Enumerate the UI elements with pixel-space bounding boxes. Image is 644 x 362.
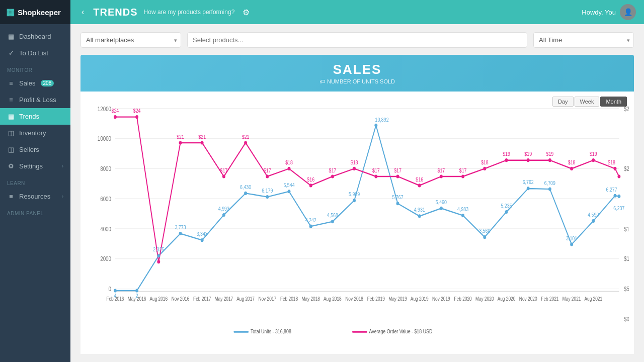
svg-text:$15: $15 — [624, 226, 629, 232]
aov-point — [353, 167, 356, 170]
sales-icon: ≡ — [7, 79, 15, 87]
unit-point — [201, 238, 204, 242]
aov-point — [309, 184, 312, 187]
aov-point — [266, 174, 269, 178]
aov-point — [614, 167, 617, 170]
aov-point — [505, 158, 508, 162]
settings-gear-icon[interactable]: ⚙ — [243, 8, 250, 17]
chart-svg-wrapper: 12000 10000 8000 6000 4000 2000 0 $25 $2… — [86, 97, 629, 349]
svg-text:4,242: 4,242 — [305, 217, 316, 223]
sidebar-item-trends[interactable]: ▦ Trends — [0, 108, 70, 125]
legend-units-line — [234, 331, 249, 333]
week-toggle-button[interactable]: Week — [575, 97, 600, 107]
admin-section-label: ADMIN PANEL — [0, 205, 70, 218]
svg-text:Aug 2019: Aug 2019 — [411, 297, 429, 302]
unit-point — [614, 194, 617, 198]
unit-point — [309, 225, 312, 228]
svg-text:Feb 2016: Feb 2016 — [106, 297, 124, 302]
sidebar-item-label: Dashboard — [19, 33, 51, 40]
svg-text:May 2021: May 2021 — [562, 297, 581, 302]
svg-text:8000: 8000 — [100, 165, 111, 172]
sidebar-item-profit[interactable]: ≡ Profit & Loss — [0, 92, 70, 108]
sidebar-item-sales[interactable]: ≡ Sales 208 — [0, 75, 70, 92]
view-toggle-group: Day Week Month — [552, 97, 627, 107]
trend-chart: 12000 10000 8000 6000 4000 2000 0 $25 $2… — [86, 97, 629, 349]
unit-point — [418, 214, 421, 218]
svg-text:0: 0 — [109, 286, 111, 292]
page-title: TRENDS — [93, 7, 137, 18]
svg-text:Nov 2019: Nov 2019 — [432, 297, 450, 302]
sidebar-nav: ▦ Dashboard ✓ To Do List MONITOR ≡ Sales… — [0, 24, 70, 362]
legend-aov-line — [352, 331, 367, 333]
unit-point — [483, 235, 486, 239]
aov-point — [396, 174, 399, 178]
svg-text:4,931: 4,931 — [414, 207, 425, 213]
dashboard-icon: ▦ — [7, 33, 15, 40]
header-subtitle: How are my products performing? — [144, 9, 235, 16]
unit-point — [331, 220, 334, 223]
unit-point — [353, 199, 356, 202]
svg-text:Feb 2021: Feb 2021 — [541, 297, 558, 302]
sidebar-item-sellers[interactable]: ◫ Sellers — [0, 141, 70, 158]
back-button[interactable]: ‹ — [78, 8, 87, 17]
logo-icon: ▦ — [6, 7, 15, 18]
products-input[interactable] — [187, 32, 527, 48]
sidebar-item-inventory[interactable]: ◫ Inventory — [0, 125, 70, 141]
svg-text:May 2016: May 2016 — [128, 297, 146, 302]
inventory-icon: ◫ — [7, 129, 15, 137]
svg-text:Nov 2016: Nov 2016 — [172, 297, 190, 302]
learn-section-label: LEARN — [0, 174, 70, 188]
svg-text:6,544: 6,544 — [283, 183, 295, 189]
svg-text:6,709: 6,709 — [544, 180, 555, 186]
sidebar-item-label: Inventory — [19, 129, 46, 137]
aov-point — [244, 141, 247, 144]
sidebar-item-label: To Do List — [19, 49, 48, 57]
aov-point — [288, 167, 291, 170]
sidebar-item-resources[interactable]: ≡ Resources › — [0, 188, 70, 205]
settings-chevron-icon: › — [62, 163, 63, 169]
main-content: ‹ TRENDS How are my products performing?… — [70, 0, 644, 362]
sidebar-logo: ▦ Shopkeeper — [0, 0, 70, 24]
day-toggle-button[interactable]: Day — [552, 97, 574, 107]
svg-text:5,460: 5,460 — [436, 199, 447, 205]
unit-point — [548, 187, 551, 191]
sidebar-item-settings[interactable]: ⚙ Settings › — [0, 158, 70, 174]
filters-row: All marketplaces ▾ All Time ▾ — [80, 32, 634, 48]
month-toggle-button[interactable]: Month — [600, 97, 627, 107]
svg-text:Aug 2018: Aug 2018 — [324, 297, 342, 302]
svg-text:4000: 4000 — [100, 226, 111, 232]
unit-point — [592, 219, 595, 223]
time-select-wrapper: All Time ▾ — [533, 32, 634, 48]
svg-text:$17: $17 — [220, 167, 228, 173]
unit-point — [396, 202, 399, 205]
svg-text:$17: $17 — [459, 167, 467, 173]
svg-text:$19: $19 — [546, 151, 554, 157]
page-header: ‹ TRENDS How are my products performing?… — [70, 0, 644, 24]
marketplace-select[interactable]: All marketplaces — [80, 32, 181, 48]
chart-container: Day Week Month 12000 10000 — [80, 92, 634, 354]
unit-point — [617, 195, 620, 198]
sales-subtitle: 🏷 NUMBER OF UNITS SOLD — [91, 78, 624, 84]
svg-text:10000: 10000 — [98, 136, 111, 142]
svg-text:6000: 6000 — [100, 196, 111, 202]
svg-text:Aug 2017: Aug 2017 — [236, 297, 255, 302]
sidebar-item-dashboard[interactable]: ▦ Dashboard — [0, 28, 70, 45]
resources-icon: ≡ — [7, 193, 15, 200]
aov-point — [570, 167, 573, 170]
svg-text:$24: $24 — [112, 108, 119, 114]
resources-chevron-icon: › — [62, 194, 63, 199]
svg-text:3,773: 3,773 — [175, 224, 186, 230]
svg-text:5,969: 5,969 — [349, 192, 360, 198]
time-select[interactable]: All Time — [533, 32, 634, 48]
svg-text:12000: 12000 — [98, 106, 111, 112]
sidebar-item-todo[interactable]: ✓ To Do List — [0, 45, 70, 61]
svg-text:$16: $16 — [416, 176, 423, 183]
aov-point — [592, 158, 595, 162]
svg-text:Aug 2020: Aug 2020 — [498, 297, 516, 302]
svg-text:$18: $18 — [608, 159, 615, 165]
svg-text:4,590: 4,590 — [588, 212, 599, 218]
svg-text:Nov 2017: Nov 2017 — [258, 297, 276, 302]
unit-point — [157, 254, 160, 257]
sales-subtitle-icon: 🏷 — [319, 78, 325, 84]
svg-text:5,235: 5,235 — [501, 203, 512, 209]
